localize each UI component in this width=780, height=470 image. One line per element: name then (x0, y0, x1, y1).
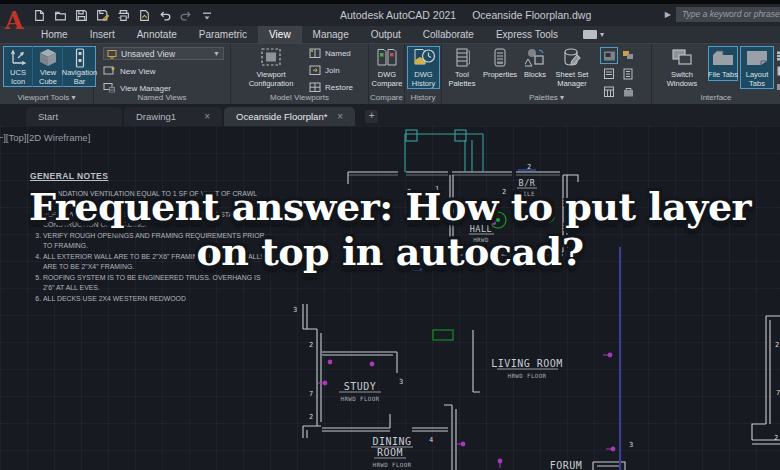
autocad-window: Autodesk AutoCAD 2021Oceanside Floorplan… (0, 0, 780, 470)
palette-tool-button-2[interactable] (619, 47, 637, 64)
panel-label-palettes[interactable]: Palettes ▾ (442, 93, 651, 104)
blocks-button[interactable]: Blocks (520, 47, 550, 80)
tab-home[interactable]: Home (30, 26, 79, 43)
new-file-icon (35, 10, 43, 20)
panel-viewport-tools: UCS Icon View Cube Navigation Bar Viewpo… (0, 44, 94, 104)
new-file-button[interactable] (32, 8, 46, 22)
ribbon-display-toggle[interactable]: ▾ (583, 26, 604, 43)
switch-windows-icon (673, 50, 691, 64)
svg-text:3: 3 (629, 441, 633, 449)
save-icon (76, 10, 86, 20)
undo-button[interactable] (158, 8, 172, 22)
tool-palettes-button[interactable]: Tool Palettes (444, 47, 480, 88)
publish-button[interactable] (137, 8, 151, 22)
close-icon[interactable]: × (204, 111, 210, 122)
panel-label-interface[interactable]: Interface (652, 93, 780, 104)
panel-compare: DWG Compare Compare (369, 44, 405, 104)
file-tab-oceanside-floorplan[interactable]: Oceanside Floorplan* × (224, 107, 355, 126)
panel-label-named-views[interactable]: Named Views (94, 93, 230, 104)
dwg-history-icon (415, 50, 435, 65)
deck-outline (405, 130, 483, 172)
ucs-axes-icon (12, 51, 26, 65)
dwg-compare-button[interactable]: DWG Compare (371, 47, 403, 88)
palette-tool-button-1[interactable] (600, 47, 618, 64)
join-viewports-button[interactable]: Join (309, 65, 340, 76)
app-title: Autodesk AutoCAD 2021 (340, 9, 456, 21)
open-file-button[interactable] (53, 8, 67, 22)
save-as-button[interactable] (95, 8, 109, 22)
viewport-configuration-button[interactable]: Viewport Configuration (239, 47, 303, 88)
join-viewports-icon (310, 66, 320, 75)
search-input[interactable]: Type a keyword or phrase (676, 7, 780, 22)
new-view-button[interactable]: New View (103, 65, 155, 77)
panel-label-model-viewports[interactable]: Model Viewports (231, 93, 368, 104)
view-manager-icon (104, 84, 115, 93)
room-label-living: LIVING ROOM (491, 358, 563, 369)
tab-output[interactable]: Output (360, 26, 412, 43)
new-drawing-tab-button[interactable]: + (365, 110, 378, 123)
tile-horizontally-button[interactable]: Tile Horizontally (776, 51, 780, 61)
file-tabs-toggle[interactable]: File Tabs (708, 46, 738, 81)
palette-tool-button-3[interactable] (600, 65, 618, 82)
tile-vertically-button[interactable]: Tile Vertically (776, 66, 780, 76)
sheet-set-manager-button[interactable]: Sheet Set Manager (550, 47, 594, 88)
panel-label-history[interactable]: History (405, 93, 441, 104)
panel-interface: Switch Windows File Tabs Layout Tabs Til… (652, 44, 780, 104)
search-arrow-icon: ▶ (665, 10, 671, 19)
cascade-button[interactable]: Cascade (776, 81, 780, 91)
properties-button[interactable]: Properties (480, 47, 520, 80)
redo-button[interactable] (179, 8, 193, 22)
tab-view[interactable]: View (258, 26, 302, 43)
restore-viewports-button[interactable]: Restore (309, 82, 353, 93)
window-title: Autodesk AutoCAD 2021Oceanside Floorplan… (340, 4, 591, 26)
blocks-icon (525, 49, 543, 66)
dwg-compare-icon (378, 50, 396, 66)
layout-tabs-toggle[interactable]: Layout Tabs (740, 46, 774, 89)
save-button[interactable] (74, 8, 88, 22)
restore-viewports-icon (310, 83, 320, 92)
tab-manage[interactable]: Manage (302, 26, 360, 43)
panel-history: DWG History History (405, 44, 442, 104)
named-viewports-button[interactable]: Named (309, 48, 351, 59)
view-list-dropdown[interactable]: Unsaved View ▼ (103, 47, 224, 60)
palette-tool-button-4[interactable] (619, 65, 637, 82)
overlay-line-1: Frequent answer: How to put layer (0, 184, 780, 229)
dwg-history-button[interactable]: DWG History (407, 46, 440, 89)
svg-text:2: 2 (309, 341, 313, 349)
switch-windows-button[interactable]: Switch Windows (660, 47, 704, 88)
view-cube-icon (37, 47, 59, 69)
chevron-down-icon: ▼ (213, 50, 220, 57)
tab-annotate[interactable]: Annotate (126, 26, 188, 43)
viewport-configuration-icon (262, 49, 280, 65)
properties-icon (495, 49, 505, 66)
customize-dropdown-icon (203, 12, 211, 19)
tab-express-tools[interactable]: Express Tools (485, 26, 569, 43)
plot-button[interactable] (116, 8, 130, 22)
floorplan-drawing: B/R TILE FLOOR HALL HRWD FLOOR LIVING RO… (0, 126, 780, 470)
panel-label-compare[interactable]: Compare (369, 93, 404, 104)
room-label-dining: DINING (372, 436, 411, 447)
quick-access-toolbar (32, 8, 214, 22)
svg-text:3: 3 (399, 378, 403, 386)
tab-collaborate[interactable]: Collaborate (412, 26, 485, 43)
room-label-study: STUDY (344, 381, 377, 392)
tab-insert[interactable]: Insert (79, 26, 126, 43)
qat-customize-button[interactable] (200, 8, 214, 22)
palette-tool-icon-4 (624, 69, 632, 79)
panel-model-viewports: Viewport Configuration Named Join Restor… (231, 44, 369, 104)
file-tab-start[interactable]: Start (26, 107, 122, 126)
panel-label-viewport-tools[interactable]: Viewport Tools ▾ (0, 93, 93, 104)
navigation-bar-button[interactable]: Navigation Bar (63, 46, 96, 87)
close-icon[interactable]: × (337, 111, 343, 122)
drawing-canvas[interactable]: [−][Top][2D Wireframe] GENERAL NOTES FOU… (0, 126, 780, 470)
layout-tabs-icon (747, 51, 767, 65)
sheet-set-manager-icon (565, 49, 580, 65)
ucs-icon-button[interactable]: UCS Icon (3, 46, 33, 87)
publish-icon (140, 10, 148, 20)
palette-tool-icon-3 (604, 69, 613, 79)
view-cube-button[interactable]: View Cube (33, 46, 63, 87)
svg-text:4: 4 (429, 436, 433, 444)
tab-parametric[interactable]: Parametric (188, 26, 258, 43)
file-tab-drawing1[interactable]: Drawing1 × (124, 107, 222, 126)
autocad-logo-icon[interactable]: A (3, 6, 25, 40)
